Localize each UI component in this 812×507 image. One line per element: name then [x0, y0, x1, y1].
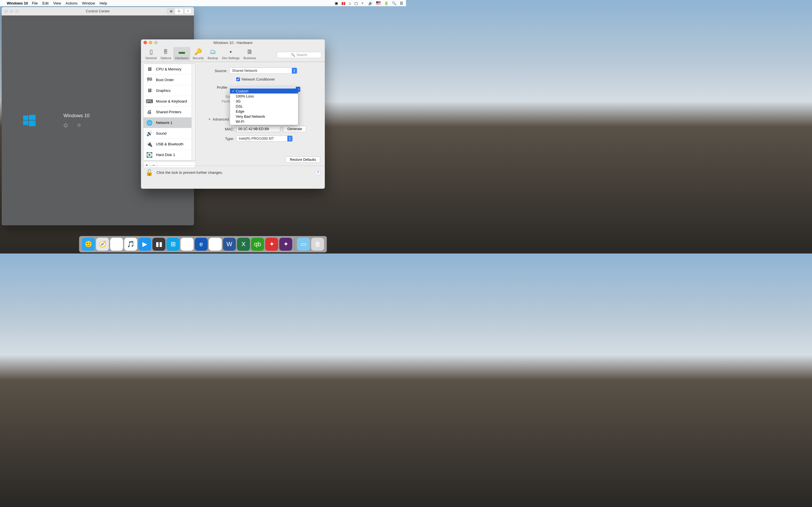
status-parallels-icon[interactable]: ▮▮	[342, 1, 345, 5]
status-battery-icon[interactable]: 🔋	[384, 1, 389, 5]
status-input-flag-icon[interactable]	[376, 1, 380, 5]
menu-window[interactable]: Window	[82, 1, 95, 5]
dock-item-edge[interactable]: e	[195, 238, 208, 251]
status-wifi-icon[interactable]: ᯤ	[361, 1, 365, 5]
dock-item-finder[interactable]: 🙂	[82, 238, 95, 251]
restore-defaults-button[interactable]: Restore Defaults	[286, 157, 320, 163]
network-conditioner-checkbox[interactable]	[236, 77, 240, 81]
menu-edit[interactable]: Edit	[42, 1, 49, 5]
dock-item-folder[interactable]: ▭	[297, 238, 310, 251]
sidebar-item-sound[interactable]: 🔊Sound	[144, 128, 195, 139]
hw-search-input[interactable]: 🔍Search	[277, 52, 321, 58]
status-display-icon[interactable]: ▣	[335, 1, 338, 5]
device-icon: 🌐	[146, 119, 153, 126]
security-icon: 🔑	[194, 48, 202, 56]
dock-item-trash[interactable]: 🗑	[311, 238, 324, 251]
chevron-updown-icon: ▲▼	[287, 136, 292, 142]
cc-add-vm-button[interactable]: +	[185, 8, 192, 14]
hw-title: Windows 10 - Hardware	[141, 41, 325, 45]
power-icon[interactable]: ⏻	[63, 123, 68, 128]
cc-zoom-button[interactable]	[15, 10, 18, 13]
tab-dev-settings[interactable]: ▪Dev Settings	[220, 47, 241, 61]
menu-view[interactable]: View	[53, 1, 61, 5]
lock-icon[interactable]: 🔓	[146, 169, 153, 176]
cc-titlebar[interactable]: Control Center ▦ ☰ +	[2, 7, 194, 15]
dock-item-word[interactable]: W	[223, 238, 236, 251]
sidebar-item-usb-bluetooth[interactable]: 🔌USB & Bluetooth	[144, 139, 195, 150]
profile-option[interactable]: Custom	[230, 89, 298, 94]
profile-option[interactable]: 3G	[230, 99, 298, 104]
help-button[interactable]: ?	[315, 170, 321, 175]
menu-help[interactable]: Help	[100, 1, 107, 5]
profile-option[interactable]: 100% Loss	[230, 94, 298, 99]
status-volume-icon[interactable]: 🔊	[368, 1, 373, 5]
dock-item-photos[interactable]: 🖼	[110, 238, 123, 251]
tab-security[interactable]: 🔑Security	[191, 47, 206, 61]
sidebar-item-network-1[interactable]: 🌐Network 1	[144, 117, 195, 128]
sidebar-item-cpu-memory[interactable]: 🖥CPU & Memory	[144, 64, 195, 75]
tab-options[interactable]: 🎚Options	[159, 47, 173, 61]
dock-item-ie[interactable]: e	[209, 238, 222, 251]
tab-business[interactable]: 🗎Business	[242, 47, 258, 61]
adapter-type-select[interactable]: Intel(R) PRO/1000 MT ▲▼	[236, 135, 293, 142]
type-label: Type:	[202, 136, 236, 141]
dock: 🙂🧭🖼🎵▶▮▮⊞⊞eeWXqb✦✦▭🗑	[79, 236, 327, 252]
dock-item-win7[interactable]: ⊞	[181, 238, 194, 251]
cc-view-list-button[interactable]: ☰	[175, 8, 183, 14]
device-icon: 🖥	[146, 87, 153, 94]
network-conditioner-label: Network Conditioner	[242, 77, 275, 81]
dock-item-itunes[interactable]: 🎵	[124, 238, 137, 251]
hw-titlebar[interactable]: Windows 10 - Hardware	[141, 40, 325, 46]
vm-os-icon[interactable]	[2, 15, 57, 225]
device-icon: 🔌	[146, 141, 153, 148]
dock-item-parallels[interactable]: ▮▮	[153, 238, 165, 251]
profile-option[interactable]: Very Bad Network	[230, 114, 298, 119]
cc-minimize-button[interactable]	[10, 10, 13, 13]
search-icon: 🔍	[291, 53, 295, 57]
tab-general[interactable]: ▯General	[144, 47, 158, 61]
hw-minimize-button[interactable]	[149, 41, 152, 44]
status-home-icon[interactable]: ⌂	[349, 1, 351, 5]
menu-file[interactable]: File	[32, 1, 38, 5]
sidebar-item-hard-disk-1[interactable]: 💽Hard Disk 1	[144, 150, 195, 160]
device-icon: ⌨	[146, 98, 153, 105]
sidebar-item-boot-order[interactable]: 🏁Boot Order	[144, 75, 195, 86]
device-icon: 🔊	[146, 130, 153, 137]
menu-actions[interactable]: Actions	[65, 1, 78, 5]
profile-option[interactable]: Edge	[230, 109, 298, 114]
cc-title: Control Center	[2, 9, 194, 13]
generate-mac-button[interactable]: Generate	[283, 126, 306, 132]
status-airplay-icon[interactable]: ▢	[354, 1, 358, 5]
mac-address-input[interactable]	[236, 126, 280, 132]
source-select[interactable]: Shared Network ▲▼	[230, 68, 297, 74]
dock-item-quickbooks[interactable]: qb	[251, 238, 264, 251]
dock-item-keynote[interactable]: ▶	[139, 238, 151, 251]
app-menu[interactable]: Windows 10	[7, 1, 28, 5]
dock-item-app-purple[interactable]: ✦	[280, 238, 292, 251]
tab-backup[interactable]: 🗂Backup	[206, 47, 220, 61]
hw-zoom-button[interactable]	[154, 41, 158, 44]
cc-close-button[interactable]	[4, 10, 8, 13]
status-menu-icon[interactable]: ☰	[400, 1, 403, 5]
win10-icon: ⊞	[170, 240, 175, 248]
dock-item-excel[interactable]: X	[237, 238, 250, 251]
options-icon: 🎚	[161, 48, 170, 56]
dock-item-win10[interactable]: ⊞	[167, 238, 180, 251]
profile-option[interactable]: DSL	[230, 104, 298, 109]
finder-icon: 🙂	[85, 240, 92, 248]
device-icon: 💽	[146, 152, 153, 158]
profile-option[interactable]: Wi-Fi	[230, 119, 298, 124]
tab-hardware[interactable]: ▬Hardware	[173, 47, 190, 61]
sidebar-item-shared-printers[interactable]: 🖨Shared Printers	[144, 107, 195, 117]
scrollbar[interactable]	[192, 64, 195, 160]
sidebar-item-mouse-keyboard[interactable]: ⌨Mouse & Keyboard	[144, 96, 195, 107]
hw-sidebar[interactable]: 🖥CPU & Memory🏁Boot Order🖥Graphics⌨Mouse …	[143, 64, 196, 161]
sidebar-item-graphics[interactable]: 🖥Graphics	[144, 86, 195, 96]
hw-close-button[interactable]	[144, 41, 147, 44]
dock-item-safari[interactable]: 🧭	[96, 238, 109, 251]
status-spotlight-icon[interactable]: 🔍	[392, 1, 396, 5]
cc-view-grid-button[interactable]: ▦	[167, 8, 175, 14]
gear-icon[interactable]: ⚙	[77, 122, 81, 128]
dock-item-app-red[interactable]: ✦	[265, 238, 278, 251]
profile-dropdown[interactable]: ▲▼ Custom100% Loss3GDSLEdgeVery Bad Netw…	[230, 87, 298, 125]
